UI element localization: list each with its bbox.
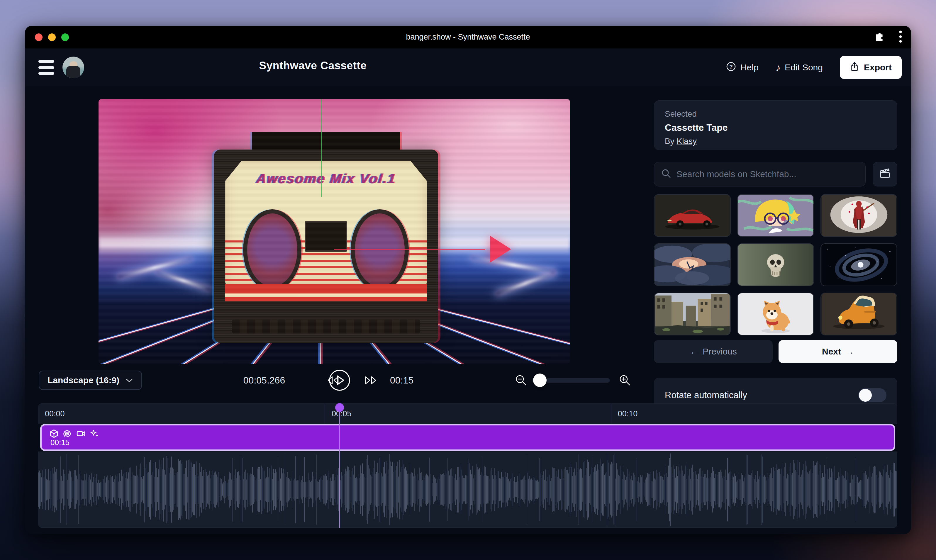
- playhead-handle[interactable]: [335, 403, 344, 412]
- cassette-reel-right: [351, 209, 409, 291]
- selected-model-name: Cassette Tape: [665, 122, 887, 133]
- selected-model-card: Selected Cassette Tape By Klasy: [654, 100, 897, 150]
- window-title: banger.show - Synthwave Cassette: [25, 32, 911, 42]
- timeline: 00:00 00:05 00:10: [38, 403, 897, 528]
- total-duration: 00:15: [390, 367, 413, 394]
- cassette-label-text: Awesome Mix Vol.1: [213, 171, 439, 186]
- desktop-wallpaper: banger.show - Synthwave Cassette Synthwa…: [0, 0, 936, 560]
- chevron-down-icon: [126, 375, 133, 385]
- app-window: banger.show - Synthwave Cassette Synthwa…: [25, 26, 911, 534]
- previous-page-button[interactable]: ← Previous: [654, 340, 773, 363]
- audio-waveform: [38, 452, 897, 528]
- cassette-reel-left: [243, 209, 302, 291]
- video-preview[interactable]: Awesome Mix Vol.1: [99, 99, 570, 364]
- help-button[interactable]: ? Help: [726, 61, 759, 74]
- audio-waveform-panel[interactable]: [38, 452, 897, 528]
- author-link[interactable]: Klasy: [676, 137, 696, 146]
- export-share-icon: [850, 62, 859, 74]
- arrow-right-icon: →: [845, 346, 854, 357]
- selected-model-author: By Klasy: [665, 137, 887, 146]
- zoom-slider-knob[interactable]: [533, 374, 547, 387]
- project-title: Synthwave Cassette: [259, 60, 367, 72]
- model-thumb-red-sports-car[interactable]: [654, 194, 731, 237]
- model-thumb-abandoned-city[interactable]: [654, 292, 731, 335]
- model-thumb-orange-vintage-car[interactable]: [821, 292, 897, 335]
- next-page-button[interactable]: Next →: [779, 340, 897, 363]
- search-icon: [661, 169, 671, 180]
- playhead-line: [339, 403, 340, 528]
- rotate-toggle[interactable]: [858, 388, 887, 402]
- ruler-label-0: 00:00: [38, 404, 325, 424]
- clapperboard-button[interactable]: [873, 162, 897, 186]
- fast-forward-button[interactable]: [360, 367, 382, 394]
- user-avatar[interactable]: [62, 57, 84, 78]
- model-thumb-skull[interactable]: [737, 243, 814, 286]
- extensions-puzzle-icon[interactable]: [873, 31, 884, 43]
- glitch-line: [321, 99, 322, 197]
- zoom-out-icon[interactable]: [512, 367, 530, 394]
- music-note-icon: ♪: [776, 62, 781, 73]
- cassette-3d-model: Awesome Mix Vol.1: [214, 149, 438, 343]
- kebab-menu-icon[interactable]: [899, 30, 902, 44]
- zoom-in-icon[interactable]: [616, 367, 634, 394]
- red-arrow-pin: [490, 236, 511, 263]
- aspect-ratio-select[interactable]: Landscape (16:9): [39, 371, 142, 390]
- current-time: 00:05.266: [243, 367, 285, 394]
- video-camera-icon: [76, 429, 86, 440]
- clapperboard-icon: [879, 168, 891, 181]
- ruler-label-1: 00:05: [325, 404, 611, 424]
- rotate-label: Rotate automatically: [665, 390, 747, 400]
- svg-text:?: ?: [729, 64, 733, 70]
- timeline-clip[interactable]: 00:15: [40, 424, 895, 451]
- ruler-label-2: 00:10: [611, 404, 897, 424]
- model-thumb-spiral-galaxy[interactable]: [821, 243, 897, 286]
- titlebar: banger.show - Synthwave Cassette: [25, 26, 911, 48]
- play-button[interactable]: [326, 367, 353, 394]
- model-search-box[interactable]: [654, 162, 866, 186]
- timeline-ruler[interactable]: 00:00 00:05 00:10: [38, 403, 897, 424]
- model-thumb-red-sorceress[interactable]: [821, 194, 897, 237]
- search-input[interactable]: [676, 169, 858, 179]
- help-icon: ?: [726, 61, 736, 74]
- selected-heading: Selected: [665, 109, 887, 119]
- arrow-left-icon: ←: [690, 346, 699, 357]
- sparkles-icon: [90, 429, 99, 440]
- model-grid: [654, 194, 897, 335]
- model-thumb-storm-clouds[interactable]: [654, 243, 731, 286]
- app-header: Synthwave Cassette ? Help ♪ Edit Song: [25, 48, 911, 86]
- model-thumb-shiba-dog[interactable]: [737, 292, 814, 335]
- timeline-zoom-slider[interactable]: [532, 378, 610, 383]
- export-button[interactable]: Export: [840, 56, 902, 79]
- edit-song-button[interactable]: ♪ Edit Song: [776, 62, 823, 73]
- model-thumb-anime-girl[interactable]: [737, 194, 814, 237]
- hamburger-menu-icon[interactable]: [38, 60, 54, 75]
- clip-duration-label: 00:15: [51, 438, 69, 447]
